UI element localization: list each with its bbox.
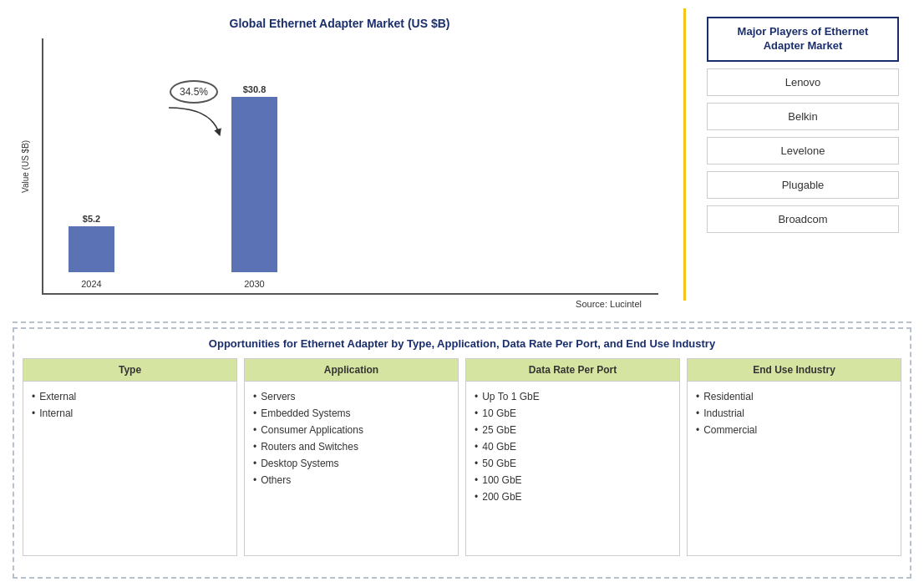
column-header-type: Type xyxy=(23,359,236,382)
chart-area: Global Ethernet Adapter Market (US $B) V… xyxy=(13,8,675,317)
dr-item-1gbe: • Up To 1 GbE xyxy=(475,388,671,405)
bullet: • xyxy=(475,441,478,453)
columns-row: Type • External • Internal Application xyxy=(23,358,901,556)
dr-item-40gbe: • 40 GbE xyxy=(475,438,671,455)
column-body-enduse: • Residential • Industrial • Commercial xyxy=(688,382,901,555)
chart-content: 34.5% xyxy=(42,38,658,295)
dr-item-100gbe: • 100 GbE xyxy=(475,472,671,488)
app-item-routers: • Routers and Switches xyxy=(253,438,449,455)
bar-value-2030: $30.8 xyxy=(243,84,267,94)
bullet: • xyxy=(475,391,478,402)
bullet: • xyxy=(475,474,478,486)
source-text: Source: Lucintel xyxy=(21,299,658,309)
dr-item-50gbe: • 50 GbE xyxy=(475,455,671,472)
bullet: • xyxy=(32,407,35,419)
bullet: • xyxy=(696,391,699,402)
vertical-divider xyxy=(683,8,686,301)
chart-title: Global Ethernet Adapter Market (US $B) xyxy=(230,17,450,30)
column-body-datarate: • Up To 1 GbE • 10 GbE • 25 GbE • 40 GbE xyxy=(466,382,679,555)
player-broadcom: Broadcom xyxy=(707,205,899,233)
bullet: • xyxy=(475,491,478,503)
app-item-consumer: • Consumer Applications xyxy=(253,422,449,438)
bullet: • xyxy=(253,407,256,419)
bullet: • xyxy=(696,407,699,419)
y-axis-label: Value (US $B) xyxy=(21,38,38,295)
bar-year-2024: 2024 xyxy=(81,279,101,289)
column-header-enduse: End Use Industry xyxy=(688,359,901,382)
column-body-application: • Servers • Embedded Systems • Consumer … xyxy=(245,382,458,555)
chart-inner: Value (US $B) 34.5% xyxy=(21,38,658,295)
player-plugable: Plugable xyxy=(707,171,899,199)
app-item-servers: • Servers xyxy=(253,388,449,405)
column-type: Type • External • Internal xyxy=(23,358,237,556)
bullet: • xyxy=(32,391,35,402)
type-item-internal: • Internal xyxy=(32,405,228,422)
bullet: • xyxy=(253,441,256,453)
column-application: Application • Servers • Embedded Systems… xyxy=(244,358,459,556)
bar-group-2024: $5.2 2024 xyxy=(69,214,114,272)
column-header-datarate: Data Rate Per Port xyxy=(466,359,679,382)
bar-value-2024: $5.2 xyxy=(83,214,100,224)
bar-2030 xyxy=(231,97,277,272)
bullet: • xyxy=(253,424,256,436)
column-datarate: Data Rate Per Port • Up To 1 GbE • 10 Gb… xyxy=(465,358,680,556)
top-section: Global Ethernet Adapter Market (US $B) V… xyxy=(13,8,911,317)
player-levelone: Levelone xyxy=(707,137,899,164)
bar-group-2030: $30.8 2030 xyxy=(231,84,277,272)
bullet: • xyxy=(475,424,478,436)
eu-item-commercial: • Commercial xyxy=(696,422,892,438)
dr-item-200gbe: • 200 GbE xyxy=(475,488,671,505)
column-header-application: Application xyxy=(245,359,458,382)
column-enduse: End Use Industry • Residential • Industr… xyxy=(687,358,901,556)
bottom-section: Opportunities for Ethernet Adapter by Ty… xyxy=(13,327,911,579)
dr-item-10gbe: • 10 GbE xyxy=(475,405,671,422)
bar-2024 xyxy=(69,226,114,272)
bar-year-2030: 2030 xyxy=(244,279,264,289)
main-container: Global Ethernet Adapter Market (US $B) V… xyxy=(0,0,924,587)
eu-item-industrial: • Industrial xyxy=(696,405,892,422)
cagr-arrow-svg xyxy=(160,104,227,137)
horizontal-divider xyxy=(13,321,911,323)
right-panel: Major Players of Ethernet Adapter Market… xyxy=(694,8,911,317)
players-title: Major Players of Ethernet Adapter Market xyxy=(707,17,899,62)
bullet: • xyxy=(253,391,256,402)
bars-container: 34.5% xyxy=(42,38,658,295)
player-lenovo: Lenovo xyxy=(707,68,899,96)
bullet: • xyxy=(475,407,478,419)
app-item-desktop: • Desktop Systems xyxy=(253,455,449,472)
dr-item-25gbe: • 25 GbE xyxy=(475,422,671,438)
bullet: • xyxy=(253,458,256,469)
type-item-external: • External xyxy=(32,388,228,405)
opportunities-title: Opportunities for Ethernet Adapter by Ty… xyxy=(23,337,901,350)
eu-item-residential: • Residential xyxy=(696,388,892,405)
app-item-embedded: • Embedded Systems xyxy=(253,405,449,422)
app-item-others: • Others xyxy=(253,472,449,488)
bullet: • xyxy=(696,424,699,436)
bullet: • xyxy=(475,458,478,469)
cagr-bubble: 34.5% xyxy=(170,80,218,104)
column-body-type: • External • Internal xyxy=(23,382,236,555)
bullet: • xyxy=(253,474,256,486)
player-belkin: Belkin xyxy=(707,103,899,130)
cagr-annotation: 34.5% xyxy=(160,80,227,137)
